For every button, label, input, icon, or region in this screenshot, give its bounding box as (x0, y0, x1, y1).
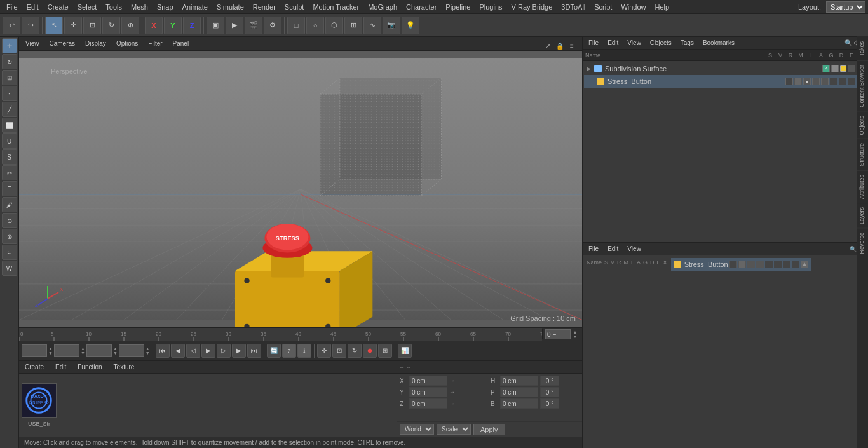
world-select[interactable]: World (400, 424, 434, 435)
menu-help[interactable]: Help (651, 2, 674, 12)
render-region-btn[interactable]: ▣ (207, 17, 224, 34)
viewport-3d[interactable]: Perspective (19, 51, 582, 327)
right-tab-reverse[interactable]: Reverse (857, 228, 868, 258)
tool-polygons[interactable]: ⬜ (2, 118, 17, 133)
right-tab-structure[interactable]: Structure (857, 139, 868, 170)
vp-tab-display[interactable]: Display (81, 39, 110, 48)
coord-x-val[interactable] (409, 376, 447, 386)
obj-expand-icon[interactable]: ▶ (587, 65, 593, 72)
mat-mgr-tag4[interactable] (756, 261, 764, 268)
obj-tag-green[interactable]: ✓ (822, 65, 830, 72)
scale-tool[interactable]: ⊡ (83, 17, 101, 34)
mat-mgr-tag6[interactable] (774, 261, 782, 268)
tool-knife[interactable]: ✂ (2, 165, 17, 180)
light-btn[interactable]: 💡 (402, 17, 419, 34)
right-tab-objects[interactable]: Objects (857, 111, 868, 139)
redo-btn[interactable]: ↪ (22, 17, 39, 34)
loop-btn[interactable]: 🔄 (267, 344, 281, 358)
mat-tab-texture[interactable]: Texture (111, 363, 138, 371)
deformer-btn[interactable]: ⬡ (325, 17, 343, 34)
omgr-tab-bookmarks[interactable]: Bookmarks (700, 39, 738, 47)
menu-edit[interactable]: Edit (23, 2, 43, 12)
coord-y-val[interactable] (409, 387, 447, 397)
menu-select[interactable]: Select (74, 2, 101, 12)
right-tab-takes[interactable]: Takes (857, 37, 868, 60)
coord-p-val[interactable] (500, 387, 538, 397)
frame-current-arrows[interactable]: ▲ ▼ (81, 346, 85, 355)
nurbs-btn[interactable]: ○ (306, 17, 324, 34)
z-axis-btn[interactable]: Z (183, 17, 201, 34)
timeline-ruler[interactable]: 0 5 10 15 20 25 30 35 40 (19, 327, 542, 341)
right-tab-layers[interactable]: Layers (857, 203, 868, 228)
mat-mgr-tag8[interactable] (792, 261, 799, 268)
frame-end-arrows[interactable]: ▲ ▼ (113, 346, 118, 355)
frame-start-arrows[interactable]: ▲ ▼ (48, 346, 53, 355)
x-axis-btn[interactable]: X (145, 17, 163, 34)
obj-stress-tag2[interactable] (794, 78, 802, 85)
next-key-btn[interactable]: ▷ (217, 344, 231, 358)
mat-tab-function[interactable]: Function (74, 363, 105, 371)
menu-pipeline[interactable]: Pipeline (442, 2, 474, 12)
obj-stress-tag7[interactable] (839, 78, 846, 85)
vp-tab-options[interactable]: Options (112, 39, 142, 48)
select-tool[interactable]: ↖ (45, 17, 63, 34)
right-tab-content[interactable]: Content Browser (857, 60, 868, 111)
menu-character[interactable]: Character (402, 2, 440, 12)
menu-sculpt[interactable]: Sculpt (281, 2, 308, 12)
omgr-tab-objects[interactable]: Objects (647, 39, 675, 47)
coord-b-val[interactable] (500, 398, 538, 409)
mat-tab-edit[interactable]: Edit (52, 363, 69, 371)
tool-sculpt[interactable]: S (2, 149, 17, 165)
prev-frame-btn[interactable]: ◀ (171, 344, 185, 358)
menu-mesh[interactable]: Mesh (127, 2, 152, 12)
menu-vray[interactable]: V-Ray Bridge (508, 2, 557, 12)
frame-current-input[interactable]: 0 F (54, 344, 79, 357)
vp-lock-icon[interactable]: 🔒 (555, 41, 565, 51)
vp-tab-cameras[interactable]: Cameras (46, 39, 79, 48)
omgr-search-icon[interactable]: 🔍 (844, 39, 852, 46)
mat-tab-create[interactable]: Create (22, 363, 47, 371)
tool-move[interactable]: ✛ (2, 38, 17, 53)
timeline-btn[interactable]: 📊 (398, 344, 412, 358)
play-btn[interactable]: ▶ (201, 344, 215, 358)
omgr-tab-tags[interactable]: Tags (677, 39, 697, 47)
scale-pb-btn[interactable]: ⊡ (332, 344, 346, 358)
obj-tag-grey[interactable] (831, 65, 839, 72)
tool-smooth[interactable]: ≈ (2, 245, 17, 260)
layout-dropdown[interactable]: Startup (826, 1, 865, 13)
menu-mograph[interactable]: MoGraph (364, 2, 401, 12)
tool-paint[interactable]: 🖌 (2, 197, 17, 212)
obj-stress-tag4[interactable] (812, 78, 820, 85)
right-tab-attributes[interactable]: Attributes (857, 170, 868, 203)
omgr-tab-edit[interactable]: Edit (604, 39, 621, 47)
timeline-frame-arrows[interactable]: ▲ ▼ (571, 330, 580, 339)
mat-mgr-tag5[interactable] (765, 261, 773, 268)
frame-max-arrows[interactable]: ▲ ▼ (146, 346, 150, 355)
obj-stress-tag6[interactable] (830, 78, 837, 85)
frame-max-input[interactable]: 90 F (119, 344, 144, 357)
menu-3dtoall[interactable]: 3DToAll (557, 2, 589, 12)
menu-create[interactable]: Create (44, 2, 72, 12)
move-pb-btn[interactable]: ✛ (317, 344, 331, 358)
tool-magnet[interactable]: ⊙ (2, 213, 17, 228)
tool-extrude[interactable]: E (2, 181, 17, 196)
cube-btn[interactable]: □ (287, 17, 305, 34)
mat-mgr-tab-file[interactable]: File (585, 245, 602, 253)
coord-b-deg[interactable] (540, 398, 559, 409)
record-btn[interactable]: ⏺ (363, 344, 377, 358)
menu-motion-tracker[interactable]: Motion Tracker (309, 2, 363, 12)
menu-simulate[interactable]: Simulate (213, 2, 248, 12)
omgr-tab-file[interactable]: File (585, 39, 602, 47)
obj-stress-tag1[interactable] (785, 78, 793, 85)
coord-z-val[interactable] (409, 398, 447, 409)
info-btn[interactable]: ℹ (297, 344, 311, 358)
vp-tab-view[interactable]: View (22, 39, 43, 48)
vp-more-icon[interactable]: ≡ (567, 41, 577, 51)
coord-p-deg[interactable] (540, 387, 559, 397)
mat-mgr-tag2[interactable] (738, 261, 746, 268)
timeline-frame-input[interactable] (545, 329, 571, 339)
help-btn[interactable]: ? (282, 344, 296, 358)
mat-mgr-search-icon[interactable]: 🔍 (850, 246, 857, 252)
tool-scale[interactable]: ⊞ (2, 70, 17, 85)
vp-tab-panel[interactable]: Panel (169, 39, 193, 48)
